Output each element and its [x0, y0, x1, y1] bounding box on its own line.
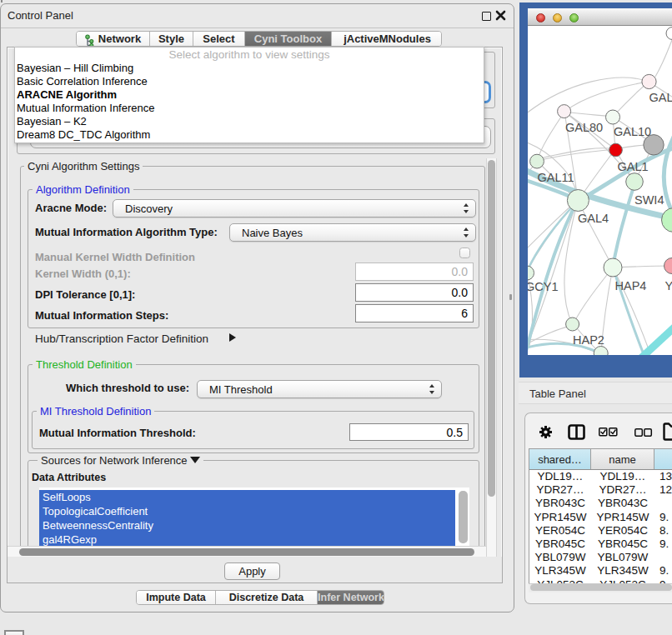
svg-text:HAP2: HAP2 [573, 333, 604, 347]
svg-text:GAL2: GAL2 [649, 91, 672, 104]
svg-text:HAP4: HAP4 [615, 279, 647, 292]
svg-text:GAL4: GAL4 [578, 212, 609, 225]
svg-text:GCY1: GCY1 [528, 280, 559, 293]
svg-text:GAL10: GAL10 [614, 125, 651, 138]
svg-text:GAL1: GAL1 [618, 160, 649, 173]
svg-text:GAL80: GAL80 [565, 121, 603, 134]
svg-text:SWI4: SWI4 [634, 193, 664, 207]
svg-text:GAL11: GAL11 [538, 171, 574, 184]
svg-text:Y: Y [665, 279, 672, 292]
